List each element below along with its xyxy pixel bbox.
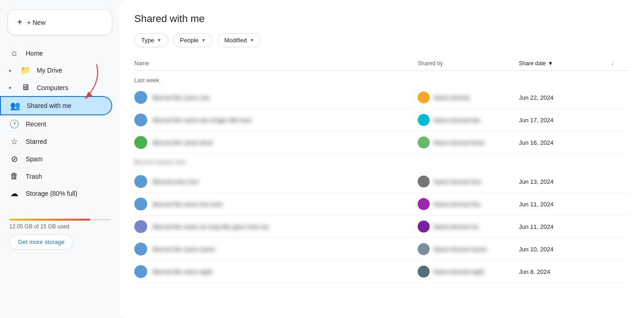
shared-by-name: Name blurred five xyxy=(433,201,481,208)
nav-list: ⌂Home▸📁My Drive▸🖥Computers👥Shared with m… xyxy=(0,45,120,202)
file-icon xyxy=(134,114,147,126)
avatar xyxy=(418,221,430,233)
col-actions: ↓ xyxy=(611,60,629,67)
sidebar-item-label-trash: Trash xyxy=(26,173,42,180)
file-name: Blurred file name six long title goes he… xyxy=(153,223,269,230)
col-name: Name xyxy=(134,60,418,67)
storage-icon: ☁ xyxy=(9,188,19,199)
table-row[interactable]: Blurred file name eightName blurred eigh… xyxy=(134,261,629,283)
storage-section: 12.05 GB of 15 GB used Get more storage xyxy=(7,211,112,253)
blurred-extra-row: Blurred section text xyxy=(134,154,629,170)
file-name: Blurred file name five here xyxy=(153,201,223,208)
file-name: Blurred entry four xyxy=(153,178,199,185)
sort-down-icon: ▼ xyxy=(548,60,553,67)
shared-by-name: Name blurred three xyxy=(433,139,485,146)
sidebar-item-label-my-drive: My Drive xyxy=(37,67,62,74)
table-header: Name Shared by Share date ▼ ↓ xyxy=(134,55,629,71)
sidebar-item-label-storage: Storage (80% full) xyxy=(26,190,77,197)
sidebar-item-label-starred: Starred xyxy=(26,138,47,145)
table-row[interactable]: Blurred file name six long title goes he… xyxy=(134,216,629,238)
share-date: Jun 17, 2024 xyxy=(519,117,611,124)
shared-by-name: Name blurred two xyxy=(433,117,481,124)
plus-icon: + xyxy=(17,17,23,28)
table-row[interactable]: Blurred entry fourName blurred fourJun 1… xyxy=(134,170,629,193)
home-icon: ⌂ xyxy=(9,48,19,58)
share-date: Jun 11, 2024 xyxy=(519,223,611,230)
filter-label-modified: Modified xyxy=(224,37,247,44)
file-icon xyxy=(134,91,147,104)
file-name: Blurred file name three xyxy=(153,139,213,146)
file-name: Blurred file name seven xyxy=(153,246,216,253)
share-date: Jun 13, 2024 xyxy=(519,178,611,185)
shared-with-me-icon: 👥 xyxy=(10,101,20,111)
filter-bar: Type▼People▼Modified▼ xyxy=(134,33,629,47)
get-more-storage-button[interactable]: Get more storage xyxy=(9,234,73,250)
sidebar-item-storage[interactable]: ☁Storage (80% full) xyxy=(0,185,112,202)
file-icon xyxy=(134,243,147,256)
sidebar-item-home[interactable]: ⌂Home xyxy=(0,45,112,62)
avatar xyxy=(418,176,430,187)
file-icon xyxy=(134,198,147,210)
sidebar-item-spam[interactable]: ⊘Spam xyxy=(0,150,112,168)
shared-by-name: Name blurred eight xyxy=(433,268,484,275)
recent-icon: 🕐 xyxy=(9,119,19,129)
new-button[interactable]: + + New xyxy=(7,9,112,35)
file-name: Blurred file name two longer title here xyxy=(153,117,252,124)
share-date: Jun 8, 2024 xyxy=(519,268,611,275)
sidebar-item-recent[interactable]: 🕐Recent xyxy=(0,115,112,133)
new-button-label: + New xyxy=(27,19,46,26)
main-header: Shared with me Type▼People▼Modified▼ xyxy=(120,0,644,55)
share-date: Jun 22, 2024 xyxy=(519,94,611,101)
sidebar-item-label-recent: Recent xyxy=(26,120,46,128)
starred-icon: ☆ xyxy=(9,136,19,147)
table-area: Name Shared by Share date ▼ ↓ Last week … xyxy=(120,55,644,318)
sidebar-item-starred[interactable]: ☆Starred xyxy=(0,133,112,150)
sidebar: + + New ⌂Home▸📁My Drive▸🖥Computers👥Share… xyxy=(0,0,120,318)
shared-by-name: Name blurred xyxy=(433,94,470,101)
filter-label-people: People xyxy=(180,37,198,44)
storage-bar-background xyxy=(9,219,110,221)
chevron-type-icon: ▼ xyxy=(157,38,161,43)
sort-icon[interactable]: ↓ xyxy=(611,60,614,67)
trash-icon: 🗑 xyxy=(9,171,19,181)
table-row[interactable]: Blurred file name five hereName blurred … xyxy=(134,193,629,216)
filter-label-type: Type xyxy=(141,37,154,44)
file-name: Blurred file name eight xyxy=(153,268,213,275)
table-row[interactable]: Blurred file name two longer title hereN… xyxy=(134,109,629,131)
shared-by-name: Name blurred six xyxy=(433,223,478,230)
col-share-date[interactable]: Share date ▼ xyxy=(519,60,611,67)
expand-icon-my-drive: ▸ xyxy=(9,68,12,74)
page-title: Shared with me xyxy=(134,13,629,25)
share-date: Jun 16, 2024 xyxy=(519,139,611,146)
sidebar-item-label-computers: Computers xyxy=(37,84,68,91)
chevron-people-icon: ▼ xyxy=(201,38,206,43)
sidebar-item-my-drive[interactable]: ▸📁My Drive xyxy=(0,62,112,79)
avatar xyxy=(418,136,430,148)
my-drive-icon: 📁 xyxy=(20,65,30,75)
computers-icon: 🖥 xyxy=(20,83,30,92)
file-list: Blurred file name oneName blurredJun 22,… xyxy=(134,86,629,283)
filter-btn-type[interactable]: Type▼ xyxy=(134,33,168,47)
sidebar-item-shared-with-me[interactable]: 👥Shared with me xyxy=(0,96,112,115)
sidebar-item-label-spam: Spam xyxy=(26,155,43,163)
table-row[interactable]: Blurred file name threeName blurred thre… xyxy=(134,131,629,154)
chevron-modified-icon: ▼ xyxy=(250,38,254,43)
shared-by-name: Name blurred four xyxy=(433,178,482,185)
table-row[interactable]: Blurred file name sevenName blurred seve… xyxy=(134,238,629,261)
table-row[interactable]: Blurred file name oneName blurredJun 22,… xyxy=(134,86,629,109)
shared-by-name: Name blurred seven xyxy=(433,246,487,253)
file-icon xyxy=(134,136,147,149)
file-name: Blurred file name one xyxy=(153,94,210,101)
sidebar-item-trash[interactable]: 🗑Trash xyxy=(0,168,112,185)
file-icon xyxy=(134,175,147,188)
storage-bar-fill xyxy=(9,219,90,221)
filter-btn-modified[interactable]: Modified▼ xyxy=(217,33,261,47)
filter-btn-people[interactable]: People▼ xyxy=(173,33,213,47)
expand-icon-computers: ▸ xyxy=(9,85,12,91)
sidebar-item-computers[interactable]: ▸🖥Computers xyxy=(0,79,112,96)
avatar xyxy=(418,198,430,210)
share-date: Jun 11, 2024 xyxy=(519,201,611,208)
spam-icon: ⊘ xyxy=(9,154,19,164)
avatar xyxy=(418,243,430,255)
col-shared-by: Shared by xyxy=(418,60,519,67)
